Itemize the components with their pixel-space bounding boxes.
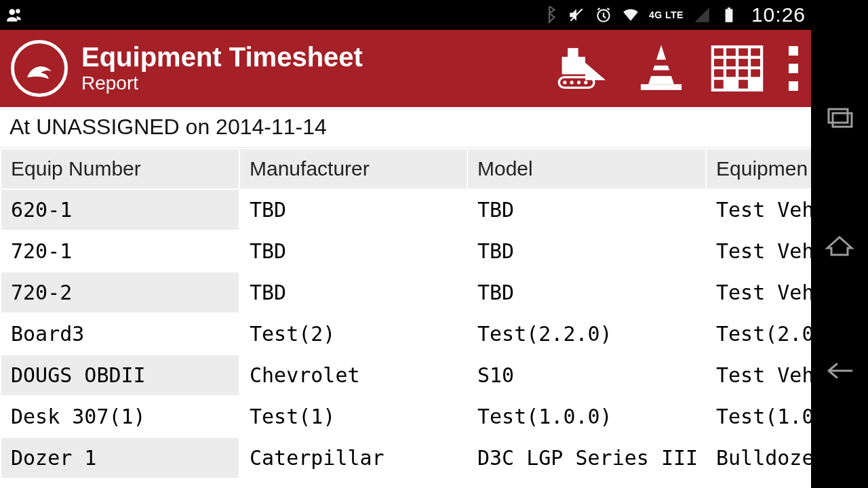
svg-rect-25 [829,109,848,123]
table-row[interactable]: 720-1TBDTBDTest Veh [1,230,811,272]
app-header: Equipment Timesheet Report [0,30,811,107]
svg-point-0 [9,9,15,15]
svg-point-1 [16,9,20,13]
table-row[interactable]: Desk 307(1)Test(1)Test(1.0.0)Test(1.0 [1,396,811,437]
recent-apps-icon[interactable] [823,101,856,134]
svg-rect-23 [749,79,762,90]
cell-desc: Bulldoze [706,437,811,479]
equipment-icon[interactable] [556,42,614,95]
back-icon[interactable] [823,354,856,387]
cell-desc: Test Veh [706,272,811,313]
mute-icon [568,6,585,24]
cell-model: Test(2.2.0) [467,313,706,354]
cell-manu: Test(2) [239,313,467,354]
svg-rect-13 [653,60,669,66]
svg-rect-7 [568,48,578,58]
cell-manu: Chevrolet [239,354,467,396]
status-bar: 4G LTE 10:26 [0,0,811,30]
wifi-icon [622,6,639,24]
svg-rect-4 [726,9,733,22]
cell-desc: Test(1.0 [706,396,811,437]
cell-model: S10 [467,354,706,396]
cell-equip: Dozer 1 [1,437,239,479]
col-manufacturer[interactable]: Manufacturer [239,148,467,189]
cell-model: D3C LGP Series III [467,437,706,479]
cell-equip: 620-1 [1,189,239,230]
page-title: Equipment Timesheet [81,43,542,71]
col-equip-number[interactable]: Equip Number [1,148,239,189]
home-icon[interactable] [823,228,856,260]
svg-rect-5 [728,7,730,9]
app-logo[interactable] [11,40,68,97]
battery-icon [720,6,738,24]
overflow-menu-icon[interactable] [784,42,803,95]
people-icon [5,6,23,24]
col-equipment-desc[interactable]: Equipmen [706,148,811,189]
signal-icon [693,6,711,24]
page-subtitle: Report [81,73,542,94]
cell-desc: Test(2.0 [706,313,811,354]
cell-manu: TBD [239,189,467,230]
table-row[interactable]: 620-1TBDTBDTest Veh [1,189,811,230]
calendar-icon[interactable] [708,42,766,95]
cell-desc: Test Veh [706,230,811,272]
svg-rect-26 [833,113,852,127]
table-row[interactable]: 720-2TBDTBDTest Veh [1,272,811,313]
cell-manu: Caterpillar [239,437,467,479]
cell-manu: Test(1) [239,396,467,437]
svg-point-10 [570,81,574,84]
cell-equip: 720-1 [1,230,239,272]
bluetooth-icon [540,6,558,24]
svg-point-11 [577,81,580,84]
system-nav-bar [811,0,868,488]
clock-time: 10:26 [751,3,806,26]
cell-model: Test(1.0.0) [467,396,706,437]
table-row[interactable]: Board3Test(2)Test(2.2.0)Test(2.0 [1,313,811,354]
svg-rect-15 [641,84,682,90]
cell-equip: Desk 307(1) [1,396,239,437]
alarm-icon [595,6,612,24]
cell-manu: TBD [239,272,467,313]
cell-equip: DOUGS OBDII [1,354,239,396]
context-label: At UNASSIGNED on 2014-11-14 [0,107,811,148]
cell-model: TBD [467,272,706,313]
cell-manu: TBD [239,230,467,272]
cell-desc: Test Veh [706,354,811,396]
svg-rect-6 [562,57,585,75]
svg-rect-24 [725,79,737,90]
svg-point-9 [563,81,566,84]
cell-equip: 720-2 [1,272,239,313]
col-model[interactable]: Model [467,148,706,189]
svg-rect-14 [651,70,672,77]
table-row[interactable]: Dozer 1CaterpillarD3C LGP Series IIIBull… [1,437,811,479]
svg-point-12 [584,81,587,84]
network-label: 4G LTE [649,9,684,20]
cell-model: TBD [467,189,706,230]
table-row[interactable]: DOUGS OBDIIChevroletS10Test Veh [1,354,811,396]
cell-model: TBD [467,230,706,272]
cell-equip: Board3 [1,313,239,354]
equipment-table[interactable]: Equip Number Manufacturer Model Equipmen… [0,148,811,488]
table-header-row: Equip Number Manufacturer Model Equipmen [1,148,811,189]
cell-desc: Test Veh [706,189,811,230]
cone-icon[interactable] [632,42,690,95]
